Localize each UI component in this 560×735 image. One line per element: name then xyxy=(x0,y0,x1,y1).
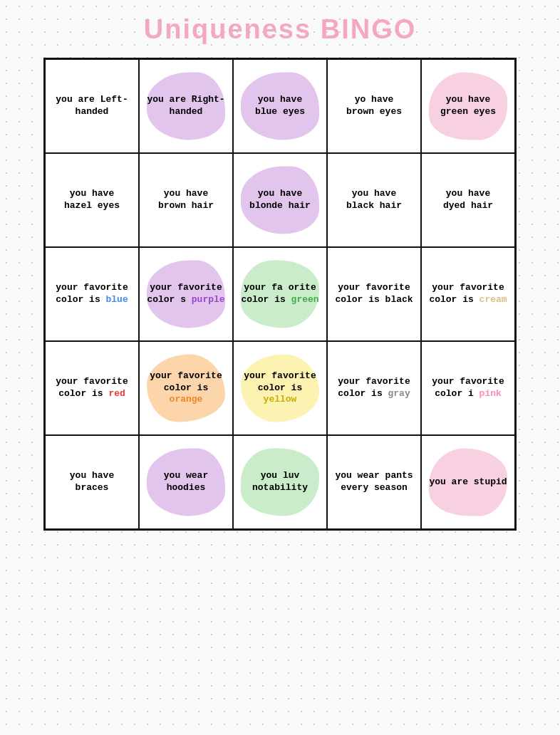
cell-blonde-hair[interactable]: you haveblonde hair xyxy=(234,154,326,246)
cell-pants-every-season[interactable]: you wear pants every season xyxy=(328,436,420,528)
cell-notability[interactable]: you luvnotability xyxy=(234,436,326,528)
page-title: Uniqueness BINGO xyxy=(144,14,417,45)
bingo-board: you are Left-handed you are Right-handed… xyxy=(43,58,517,531)
cell-color-black[interactable]: your favorite color is black xyxy=(328,248,420,340)
cell-hoodies[interactable]: you wearhoodies xyxy=(140,436,232,528)
cell-left-handed[interactable]: you are Left-handed xyxy=(46,60,138,152)
cell-color-blue[interactable]: your favorite color is blue xyxy=(46,248,138,340)
cell-color-red[interactable]: your favorite color is red xyxy=(46,342,138,434)
cell-dyed-hair[interactable]: you havedyed hair xyxy=(422,154,514,246)
cell-brown-hair[interactable]: you havebrown hair xyxy=(140,154,232,246)
cell-stupid[interactable]: you are stupid xyxy=(422,436,514,528)
cell-color-cream[interactable]: your favorite color is cream xyxy=(422,248,514,340)
cell-color-pink[interactable]: your favorite color i pink xyxy=(422,342,514,434)
cell-hazel-eyes[interactable]: you havehazel eyes xyxy=(46,154,138,246)
cell-color-green[interactable]: your fa orite color is green xyxy=(234,248,326,340)
cell-brown-eyes[interactable]: yo havebrown eyes xyxy=(328,60,420,152)
cell-braces[interactable]: you havebraces xyxy=(46,436,138,528)
cell-color-orange[interactable]: your favorite color is orange xyxy=(140,342,232,434)
cell-color-gray[interactable]: your favorite color is gray xyxy=(328,342,420,434)
cell-green-eyes[interactable]: you havegreen eyes xyxy=(422,60,514,152)
cell-color-purple[interactable]: your favorite color s purple xyxy=(140,248,232,340)
cell-black-hair[interactable]: you haveblack hair xyxy=(328,154,420,246)
cell-blue-eyes[interactable]: you haveblue eyes xyxy=(234,60,326,152)
cell-color-yellow[interactable]: your favorite color is yellow xyxy=(234,342,326,434)
cell-right-handed[interactable]: you are Right-handed xyxy=(140,60,232,152)
